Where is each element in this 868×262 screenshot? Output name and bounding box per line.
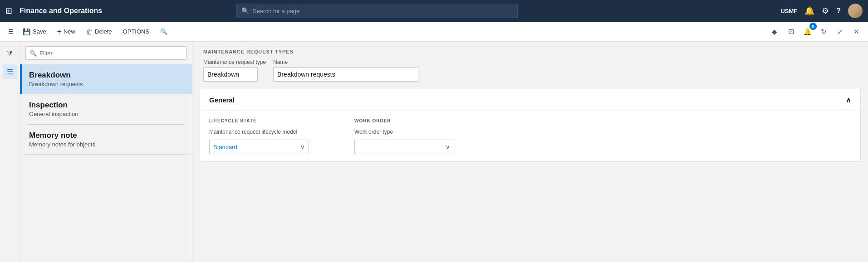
detail-section-header: MAINTENANCE REQUEST TYPES — [192, 42, 868, 59]
delete-button[interactable]: 🗑 Delete — [82, 26, 117, 38]
toolbar-search-icon: 🔍 — [160, 28, 167, 35]
list-item-inspection[interactable]: Inspection General inspaction — [20, 94, 192, 124]
funnel-icon: ⧩ — [7, 49, 13, 58]
list-item-title-breakdown: Breakdown — [29, 71, 185, 80]
notifications-button[interactable]: 🔔 — [804, 6, 814, 16]
list-item-subtitle-inspection: General inspaction — [29, 111, 185, 117]
detail-panel: MAINTENANCE REQUEST TYPES Maintenance re… — [192, 42, 868, 262]
list-item-subtitle-memory-note: Memory notes for objects — [29, 141, 185, 148]
general-section-header: General ∧ — [200, 89, 860, 111]
save-button[interactable]: 💾 Save — [18, 26, 51, 38]
work-order-dropdown[interactable]: ∨ — [354, 140, 454, 154]
name-label: Name — [273, 59, 418, 65]
collapse-icon[interactable]: ∧ — [846, 96, 851, 104]
new-plus-icon: + — [57, 28, 61, 36]
filter-toggle-btn[interactable]: ⧩ — [3, 46, 17, 61]
badge-icon-btn[interactable]: 🔔 0 — [801, 25, 814, 38]
user-label: USMF — [780, 8, 797, 15]
save-label: Save — [33, 28, 46, 35]
hamburger-button[interactable]: ☰ — [5, 26, 16, 37]
work-order-section-label: WORK ORDER — [354, 118, 481, 123]
popout-button[interactable]: ⤢ — [834, 25, 846, 38]
app-grid-icon[interactable]: ⊞ — [5, 6, 12, 16]
diamond-icon-btn[interactable]: ◆ — [768, 25, 781, 38]
new-label: New — [64, 28, 75, 35]
delete-label: Delete — [95, 28, 112, 35]
filter-input-wrap[interactable]: 🔍 — [25, 46, 186, 60]
lifecycle-chevron-icon: ∨ — [300, 144, 305, 150]
list-item-breakdown[interactable]: Breakdown Breakdown requests — [20, 64, 192, 94]
main-layout: ⧩ ☰ 🔍 Breakdown Breakdown requests Inspe… — [0, 42, 868, 262]
settings-button[interactable]: ⚙ — [822, 6, 829, 16]
delete-icon: 🗑 — [86, 28, 93, 35]
lifecycle-section-label: LIFECYCLE STATE — [209, 118, 336, 123]
lifecycle-column: LIFECYCLE STATE Maintenance request life… — [209, 118, 336, 154]
list-item-title-inspection: Inspection — [29, 101, 185, 110]
list-item-memory-note[interactable]: Memory note Memory notes for objects — [20, 125, 192, 155]
filter-input[interactable] — [39, 50, 182, 57]
filter-bar: 🔍 — [20, 42, 192, 64]
filter-search-icon: 🔍 — [29, 50, 37, 57]
options-label: OPTIONS — [123, 28, 150, 35]
badge-count: 0 — [809, 23, 817, 30]
field-name: Name — [273, 59, 418, 82]
save-icon: 💾 — [23, 28, 30, 35]
new-button[interactable]: + New — [53, 25, 80, 38]
app-title: Finance and Operations — [20, 7, 102, 15]
list-item-subtitle-breakdown: Breakdown requests — [29, 81, 185, 87]
narrow-sidebar: ⧩ ☰ — [0, 42, 20, 262]
top-nav: ⊞ Finance and Operations 🔍 USMF 🔔 ⚙ ? — [0, 0, 868, 22]
toolbar-search-button[interactable]: 🔍 — [156, 26, 172, 37]
search-icon: 🔍 — [241, 7, 249, 15]
list-divider-2 — [27, 155, 185, 155]
list-item-title-memory-note: Memory note — [29, 131, 185, 140]
toolbar: ☰ 💾 Save + New 🗑 Delete OPTIONS 🔍 ◆ ⊡ 🔔 … — [0, 22, 868, 42]
lifecycle-field-label: Maintenance request lifecycle model — [209, 129, 336, 135]
general-section: General ∧ LIFECYCLE STATE Maintenance re… — [200, 89, 861, 162]
hamburger-icon: ☰ — [8, 28, 14, 35]
field-type: Maintenance request type — [203, 59, 266, 82]
general-label: General — [209, 96, 235, 104]
list-panel: 🔍 Breakdown Breakdown requests Inspectio… — [20, 42, 192, 262]
office-icon-btn[interactable]: ⊡ — [785, 25, 797, 38]
toolbar-right: ◆ ⊡ 🔔 0 ↻ ⤢ ✕ — [768, 25, 863, 38]
help-button[interactable]: ? — [836, 7, 841, 15]
list-icon: ☰ — [7, 68, 13, 76]
close-button[interactable]: ✕ — [850, 25, 863, 38]
search-input[interactable] — [253, 8, 513, 15]
refresh-button[interactable]: ↻ — [817, 25, 830, 38]
general-body: LIFECYCLE STATE Maintenance request life… — [200, 111, 860, 161]
type-input[interactable] — [203, 67, 258, 82]
work-order-chevron-icon: ∨ — [446, 144, 450, 150]
type-label: Maintenance request type — [203, 59, 266, 65]
work-order-field-label: Work order type — [354, 129, 481, 135]
form-row-main: Maintenance request type Name — [192, 59, 868, 89]
nav-right-section: USMF 🔔 ⚙ ? — [780, 4, 863, 18]
list-view-btn[interactable]: ☰ — [3, 64, 17, 79]
avatar[interactable] — [848, 4, 863, 18]
global-search[interactable]: 🔍 — [236, 4, 518, 18]
lifecycle-value: Standard — [213, 144, 237, 150]
work-order-column: WORK ORDER Work order type ∨ — [354, 118, 481, 154]
name-input[interactable] — [273, 67, 418, 82]
options-button[interactable]: OPTIONS — [118, 26, 154, 37]
lifecycle-dropdown[interactable]: Standard ∨ — [209, 140, 309, 154]
list-items: Breakdown Breakdown requests Inspection … — [20, 64, 192, 262]
